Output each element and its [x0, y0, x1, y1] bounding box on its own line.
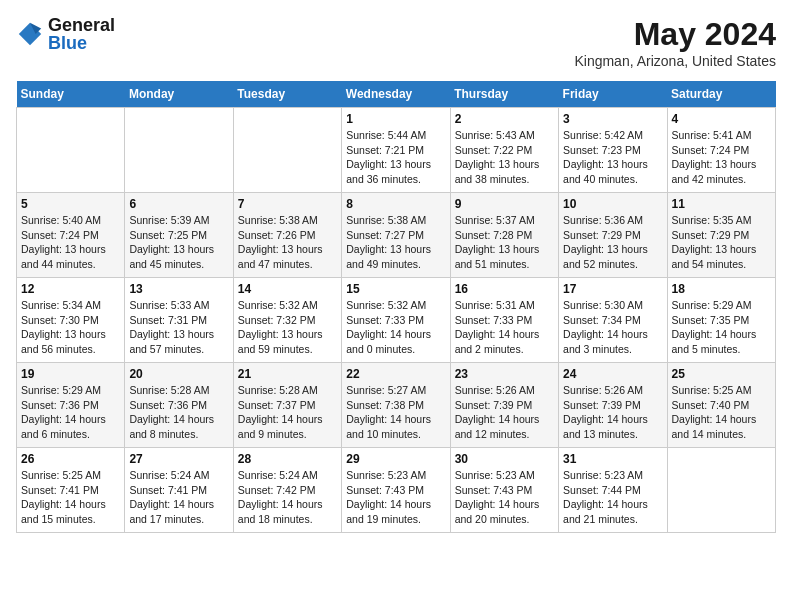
day-number: 6: [129, 197, 228, 211]
day-number: 11: [672, 197, 771, 211]
day-info: Sunrise: 5:27 AM Sunset: 7:38 PM Dayligh…: [346, 383, 445, 442]
day-number: 25: [672, 367, 771, 381]
header-cell-monday: Monday: [125, 81, 233, 108]
calendar-cell: 22Sunrise: 5:27 AM Sunset: 7:38 PM Dayli…: [342, 363, 450, 448]
calendar-cell: 31Sunrise: 5:23 AM Sunset: 7:44 PM Dayli…: [559, 448, 667, 533]
calendar-cell: 8Sunrise: 5:38 AM Sunset: 7:27 PM Daylig…: [342, 193, 450, 278]
logo: General Blue: [16, 16, 115, 52]
day-info: Sunrise: 5:44 AM Sunset: 7:21 PM Dayligh…: [346, 128, 445, 187]
day-number: 18: [672, 282, 771, 296]
day-number: 3: [563, 112, 662, 126]
calendar-cell: [125, 108, 233, 193]
calendar-cell: 13Sunrise: 5:33 AM Sunset: 7:31 PM Dayli…: [125, 278, 233, 363]
day-info: Sunrise: 5:41 AM Sunset: 7:24 PM Dayligh…: [672, 128, 771, 187]
calendar-week-3: 12Sunrise: 5:34 AM Sunset: 7:30 PM Dayli…: [17, 278, 776, 363]
calendar-cell: 20Sunrise: 5:28 AM Sunset: 7:36 PM Dayli…: [125, 363, 233, 448]
day-info: Sunrise: 5:28 AM Sunset: 7:36 PM Dayligh…: [129, 383, 228, 442]
header-cell-tuesday: Tuesday: [233, 81, 341, 108]
logo-general: General: [48, 16, 115, 34]
day-number: 27: [129, 452, 228, 466]
day-info: Sunrise: 5:35 AM Sunset: 7:29 PM Dayligh…: [672, 213, 771, 272]
day-number: 28: [238, 452, 337, 466]
day-number: 5: [21, 197, 120, 211]
day-number: 26: [21, 452, 120, 466]
calendar-cell: 24Sunrise: 5:26 AM Sunset: 7:39 PM Dayli…: [559, 363, 667, 448]
calendar-cell: 15Sunrise: 5:32 AM Sunset: 7:33 PM Dayli…: [342, 278, 450, 363]
calendar-cell: 29Sunrise: 5:23 AM Sunset: 7:43 PM Dayli…: [342, 448, 450, 533]
day-info: Sunrise: 5:36 AM Sunset: 7:29 PM Dayligh…: [563, 213, 662, 272]
day-number: 10: [563, 197, 662, 211]
calendar-cell: [667, 448, 775, 533]
day-number: 19: [21, 367, 120, 381]
calendar-cell: 2Sunrise: 5:43 AM Sunset: 7:22 PM Daylig…: [450, 108, 558, 193]
day-info: Sunrise: 5:26 AM Sunset: 7:39 PM Dayligh…: [563, 383, 662, 442]
calendar-week-2: 5Sunrise: 5:40 AM Sunset: 7:24 PM Daylig…: [17, 193, 776, 278]
calendar-cell: 6Sunrise: 5:39 AM Sunset: 7:25 PM Daylig…: [125, 193, 233, 278]
day-info: Sunrise: 5:25 AM Sunset: 7:41 PM Dayligh…: [21, 468, 120, 527]
calendar-cell: 25Sunrise: 5:25 AM Sunset: 7:40 PM Dayli…: [667, 363, 775, 448]
day-info: Sunrise: 5:42 AM Sunset: 7:23 PM Dayligh…: [563, 128, 662, 187]
day-number: 31: [563, 452, 662, 466]
day-number: 20: [129, 367, 228, 381]
calendar-cell: 4Sunrise: 5:41 AM Sunset: 7:24 PM Daylig…: [667, 108, 775, 193]
day-info: Sunrise: 5:33 AM Sunset: 7:31 PM Dayligh…: [129, 298, 228, 357]
day-number: 14: [238, 282, 337, 296]
calendar-week-4: 19Sunrise: 5:29 AM Sunset: 7:36 PM Dayli…: [17, 363, 776, 448]
calendar-cell: 30Sunrise: 5:23 AM Sunset: 7:43 PM Dayli…: [450, 448, 558, 533]
day-info: Sunrise: 5:23 AM Sunset: 7:43 PM Dayligh…: [346, 468, 445, 527]
day-number: 29: [346, 452, 445, 466]
day-info: Sunrise: 5:29 AM Sunset: 7:35 PM Dayligh…: [672, 298, 771, 357]
day-number: 1: [346, 112, 445, 126]
calendar-cell: 18Sunrise: 5:29 AM Sunset: 7:35 PM Dayli…: [667, 278, 775, 363]
day-info: Sunrise: 5:23 AM Sunset: 7:44 PM Dayligh…: [563, 468, 662, 527]
logo-text: General Blue: [48, 16, 115, 52]
day-number: 24: [563, 367, 662, 381]
day-number: 8: [346, 197, 445, 211]
calendar-cell: 27Sunrise: 5:24 AM Sunset: 7:41 PM Dayli…: [125, 448, 233, 533]
calendar-cell: 14Sunrise: 5:32 AM Sunset: 7:32 PM Dayli…: [233, 278, 341, 363]
calendar-cell: 28Sunrise: 5:24 AM Sunset: 7:42 PM Dayli…: [233, 448, 341, 533]
day-info: Sunrise: 5:29 AM Sunset: 7:36 PM Dayligh…: [21, 383, 120, 442]
day-info: Sunrise: 5:23 AM Sunset: 7:43 PM Dayligh…: [455, 468, 554, 527]
day-info: Sunrise: 5:24 AM Sunset: 7:41 PM Dayligh…: [129, 468, 228, 527]
header-cell-wednesday: Wednesday: [342, 81, 450, 108]
header-cell-saturday: Saturday: [667, 81, 775, 108]
day-number: 17: [563, 282, 662, 296]
svg-marker-0: [19, 23, 41, 45]
day-info: Sunrise: 5:24 AM Sunset: 7:42 PM Dayligh…: [238, 468, 337, 527]
subtitle: Kingman, Arizona, United States: [574, 53, 776, 69]
calendar-cell: 11Sunrise: 5:35 AM Sunset: 7:29 PM Dayli…: [667, 193, 775, 278]
day-number: 22: [346, 367, 445, 381]
day-number: 12: [21, 282, 120, 296]
day-number: 13: [129, 282, 228, 296]
day-number: 7: [238, 197, 337, 211]
day-info: Sunrise: 5:38 AM Sunset: 7:27 PM Dayligh…: [346, 213, 445, 272]
calendar-cell: 26Sunrise: 5:25 AM Sunset: 7:41 PM Dayli…: [17, 448, 125, 533]
logo-icon: [16, 20, 44, 48]
day-info: Sunrise: 5:39 AM Sunset: 7:25 PM Dayligh…: [129, 213, 228, 272]
calendar-cell: 16Sunrise: 5:31 AM Sunset: 7:33 PM Dayli…: [450, 278, 558, 363]
calendar-cell: 17Sunrise: 5:30 AM Sunset: 7:34 PM Dayli…: [559, 278, 667, 363]
calendar-cell: [233, 108, 341, 193]
day-number: 16: [455, 282, 554, 296]
calendar-cell: 9Sunrise: 5:37 AM Sunset: 7:28 PM Daylig…: [450, 193, 558, 278]
calendar-cell: 19Sunrise: 5:29 AM Sunset: 7:36 PM Dayli…: [17, 363, 125, 448]
day-number: 15: [346, 282, 445, 296]
day-number: 23: [455, 367, 554, 381]
calendar-cell: 10Sunrise: 5:36 AM Sunset: 7:29 PM Dayli…: [559, 193, 667, 278]
day-info: Sunrise: 5:31 AM Sunset: 7:33 PM Dayligh…: [455, 298, 554, 357]
day-info: Sunrise: 5:30 AM Sunset: 7:34 PM Dayligh…: [563, 298, 662, 357]
calendar-cell: 21Sunrise: 5:28 AM Sunset: 7:37 PM Dayli…: [233, 363, 341, 448]
day-number: 2: [455, 112, 554, 126]
calendar-cell: 1Sunrise: 5:44 AM Sunset: 7:21 PM Daylig…: [342, 108, 450, 193]
header-cell-thursday: Thursday: [450, 81, 558, 108]
main-title: May 2024: [574, 16, 776, 53]
day-number: 21: [238, 367, 337, 381]
day-info: Sunrise: 5:32 AM Sunset: 7:32 PM Dayligh…: [238, 298, 337, 357]
calendar-week-5: 26Sunrise: 5:25 AM Sunset: 7:41 PM Dayli…: [17, 448, 776, 533]
day-info: Sunrise: 5:37 AM Sunset: 7:28 PM Dayligh…: [455, 213, 554, 272]
day-info: Sunrise: 5:43 AM Sunset: 7:22 PM Dayligh…: [455, 128, 554, 187]
day-info: Sunrise: 5:32 AM Sunset: 7:33 PM Dayligh…: [346, 298, 445, 357]
title-block: May 2024 Kingman, Arizona, United States: [574, 16, 776, 69]
calendar-cell: 7Sunrise: 5:38 AM Sunset: 7:26 PM Daylig…: [233, 193, 341, 278]
